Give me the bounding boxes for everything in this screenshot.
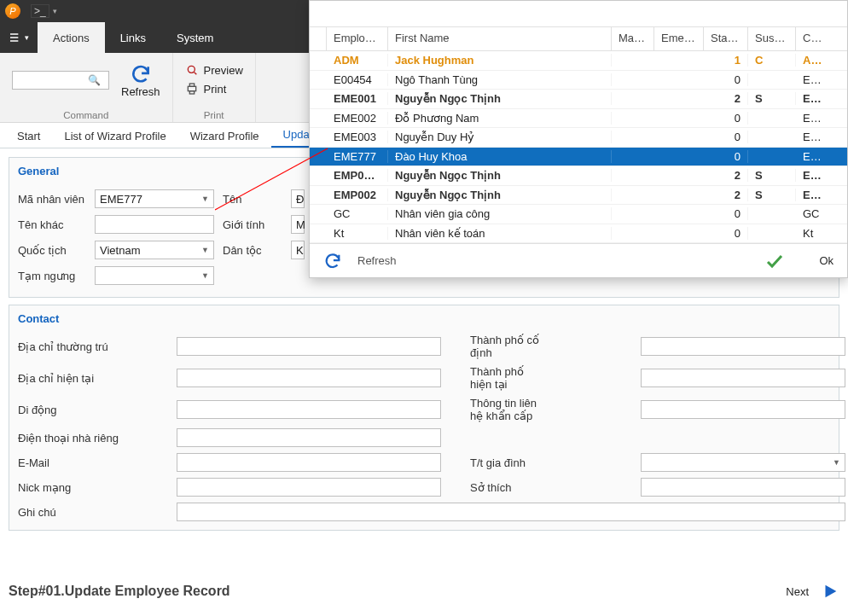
tab-start[interactable]: Start	[5, 125, 52, 148]
table-row[interactable]: GCNhân viên gia công0GC	[310, 205, 847, 224]
panel-contact: Contact Địa chỉ thường trú Thành phố cố …	[9, 305, 839, 531]
label-note: Ghi chú	[18, 506, 177, 519]
field-curr-address[interactable]	[177, 369, 441, 387]
table-row[interactable]: EME002Đỗ Phương Nam0EME0	[310, 109, 847, 129]
table-row[interactable]: EME003Nguyễn Duy Hỷ0EME0	[310, 128, 847, 148]
col-suspend[interactable]: Suspe…	[748, 27, 796, 50]
field-hobby[interactable]	[641, 478, 845, 497]
chevron-down-icon[interactable]: ▼	[833, 458, 840, 467]
field-curr-city[interactable]	[641, 369, 845, 387]
popup-refresh-button[interactable]: Refresh	[323, 252, 397, 270]
label-gender: Giới tính	[223, 218, 291, 231]
quickaccess-dropdown-icon[interactable]: ▾	[53, 7, 57, 15]
ribbon-group-command: 🔍 Refresh Command	[0, 53, 173, 122]
field-email[interactable]	[177, 453, 441, 472]
field-ethnic-partial[interactable]: K	[291, 241, 305, 259]
popup-filter-bar	[310, 1, 847, 27]
panel-contact-heading: Contact	[18, 312, 830, 325]
table-row[interactable]: EMP0002Nguyễn Ngọc Thịnh2SEMP0	[310, 166, 847, 186]
col-emergency[interactable]: Emer…	[654, 27, 704, 50]
label-suspend: Tạm ngưng	[18, 270, 95, 282]
popup-rows: ADMJack Hughman1CADME00454Ngô Thanh Tùng…	[310, 51, 847, 243]
popup-ok-button[interactable]: Ok	[764, 251, 833, 271]
chevron-down-icon[interactable]: ▼	[201, 195, 209, 203]
menu-system[interactable]: System	[161, 22, 229, 53]
tab-list-wizard-profile[interactable]: List of Wizard Profile	[52, 125, 177, 148]
step-title: Step#01.Update Employee Record	[9, 584, 230, 599]
ribbon-group-print: Preview Print Print	[173, 53, 256, 122]
app-logo-icon: P	[5, 3, 20, 19]
employee-picker-popup: Employee… First Name Marit… Emer… Status…	[309, 0, 848, 278]
chevron-down-icon[interactable]: ▼	[201, 271, 209, 280]
field-suspend[interactable]: ▼	[95, 266, 214, 285]
field-emergency[interactable]	[641, 400, 845, 419]
next-button[interactable]: Next	[786, 582, 839, 601]
label-employee-id: Mã nhân viên	[18, 193, 95, 206]
field-nationality[interactable]: Vietnam ▼	[95, 241, 214, 259]
label-home-phone: Điện thoại nhà riêng	[18, 432, 177, 445]
field-employee-id[interactable]: EME777 ▼	[95, 189, 214, 208]
chevron-down-icon[interactable]: ▼	[201, 246, 209, 254]
svg-rect-1	[188, 86, 195, 90]
value-nationality: Vietnam	[100, 244, 140, 257]
console-icon[interactable]: >_	[31, 4, 49, 18]
table-row[interactable]: KtNhân viên kế toán0Kt	[310, 224, 847, 244]
field-mobile[interactable]	[177, 400, 441, 419]
col-marital[interactable]: Marit…	[612, 27, 654, 50]
svg-point-0	[188, 66, 195, 73]
ribbon-group-print-title: Print	[185, 110, 243, 120]
field-perm-address[interactable]	[177, 337, 441, 356]
field-note[interactable]	[177, 503, 845, 521]
menu-links[interactable]: Links	[105, 22, 161, 53]
label-nick: Nick mạng	[18, 481, 177, 494]
label-marital: T/t gia đình	[470, 456, 547, 469]
svg-marker-4	[826, 585, 837, 598]
label-emergency: Thông tin liên hệ khẩn cấp	[470, 397, 547, 422]
table-row[interactable]: EMP002Nguyễn Ngọc Thịnh2SEMP0	[310, 186, 847, 206]
col-employee[interactable]: Employee…	[327, 27, 388, 50]
field-nick[interactable]	[177, 478, 441, 497]
file-menu-button[interactable]: ▾	[0, 22, 38, 53]
tab-wizard-profile[interactable]: Wizard Profile	[178, 125, 271, 148]
field-gender-partial[interactable]: M	[291, 215, 305, 234]
refresh-button[interactable]: Refresh	[121, 63, 160, 98]
label-alias: Tên khác	[18, 218, 95, 231]
preview-button[interactable]: Preview	[185, 63, 243, 77]
svg-rect-3	[189, 91, 194, 94]
label-ethnic: Dân tộc	[223, 244, 291, 257]
print-label: Print	[204, 83, 227, 96]
print-button[interactable]: Print	[185, 82, 227, 96]
field-home-phone[interactable]	[177, 428, 441, 447]
field-perm-city[interactable]	[641, 337, 845, 356]
label-curr-address: Địa chỉ hiện tại	[18, 372, 177, 385]
search-box[interactable]: 🔍	[12, 71, 109, 90]
label-curr-city: Thành phố hiện tại	[470, 365, 547, 391]
label-perm-address: Địa chỉ thường trú	[18, 340, 177, 353]
label-email: E-Mail	[18, 456, 177, 469]
play-icon	[821, 582, 839, 601]
search-input[interactable]	[16, 73, 88, 87]
field-alias[interactable]	[95, 215, 214, 234]
search-icon[interactable]: 🔍	[88, 74, 101, 86]
table-row[interactable]: →EME777Đào Huy Khoa0EME7	[310, 148, 847, 167]
popup-footer: Refresh Ok	[310, 243, 847, 277]
label-mobile: Di động	[18, 404, 177, 416]
menu-actions[interactable]: Actions	[38, 22, 105, 53]
label-perm-city: Thành phố cố định	[470, 334, 547, 359]
value-employee-id: EME777	[100, 193, 142, 206]
svg-rect-2	[189, 84, 194, 86]
popup-ok-label: Ok	[819, 254, 833, 267]
refresh-label: Refresh	[121, 85, 160, 98]
label-name: Tên	[223, 193, 291, 206]
table-row[interactable]: ADMJack Hughman1CADM	[310, 51, 847, 71]
col-status[interactable]: Status	[704, 27, 748, 50]
preview-label: Preview	[204, 64, 243, 77]
field-marital[interactable]: ▼	[641, 453, 845, 472]
table-row[interactable]: EME001Nguyễn Ngọc Thịnh2SEME0	[310, 90, 847, 109]
ribbon-group-command-title: Command	[12, 110, 160, 120]
col-code[interactable]: Code	[796, 27, 833, 50]
col-firstname[interactable]: First Name	[388, 27, 612, 50]
field-name-partial[interactable]: Đ	[291, 189, 305, 208]
table-row[interactable]: E00454Ngô Thanh Tùng0E0045	[310, 71, 847, 90]
label-hobby: Sở thích	[470, 481, 547, 494]
